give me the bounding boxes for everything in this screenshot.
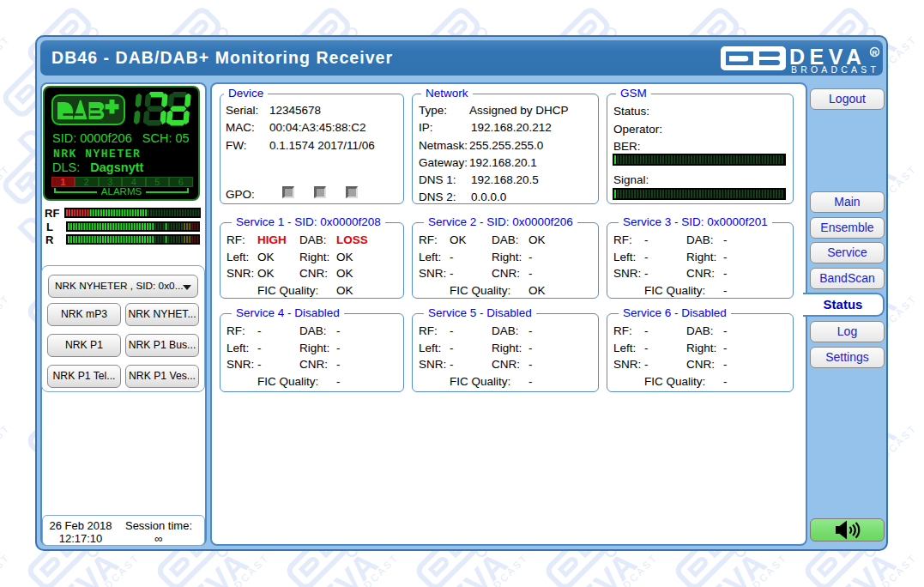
- svg-text:BROADCAST: BROADCAST: [791, 64, 879, 75]
- svg-text:R: R: [873, 49, 878, 57]
